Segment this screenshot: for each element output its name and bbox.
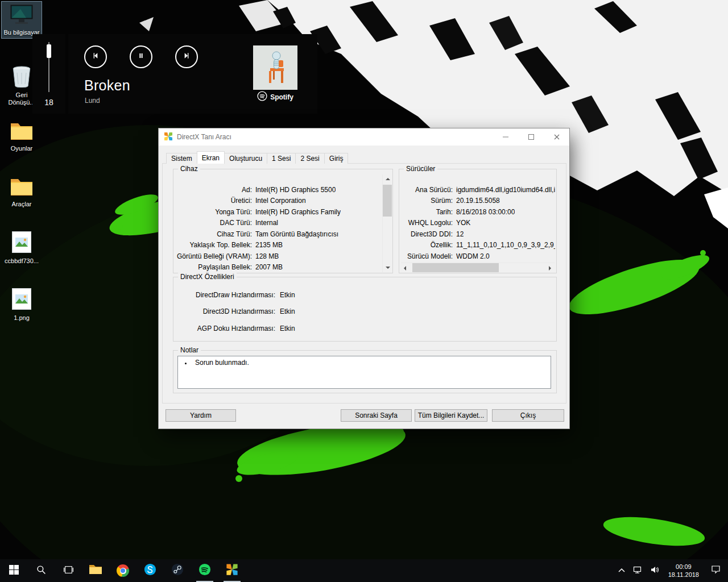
close-button[interactable] [544, 128, 569, 146]
maximize-button[interactable] [518, 128, 544, 146]
previous-icon [91, 51, 100, 63]
spotify-brand-label: Spotify [270, 93, 293, 101]
drivers-group: Sürücüler Ana Sürücü:igdumdim64.dll,igd1… [399, 169, 557, 273]
desktop: Bu bilgisayar Geri Dönüşü... Oyunlar Ara… [0, 0, 728, 582]
taskbar-skype[interactable] [136, 559, 164, 582]
field-label: Direct3D DDI: [402, 230, 453, 238]
field-value: Etkin [280, 325, 295, 332]
drivers-group-title: Sürücüler [404, 165, 437, 173]
taskbar-spotify[interactable] [191, 559, 218, 582]
field-value: Intel Corporation [255, 197, 306, 205]
previous-track-button[interactable] [84, 45, 107, 68]
dxdiag-icon [226, 563, 238, 578]
this-pc-icon [9, 3, 34, 27]
field-value: Intel(R) HD Graphics Family [255, 208, 341, 216]
note-text: Sorun bulunmadı. [195, 359, 249, 367]
folder-icon [10, 122, 34, 143]
network-tray-button[interactable] [629, 559, 646, 582]
desktop-icon-1png[interactable]: 1.png [1, 285, 42, 324]
next-page-button[interactable]: Sonraki Sayfa [341, 409, 412, 422]
desktop-icon-ccbbdf[interactable]: ccbbdf730... [1, 228, 42, 267]
image-file-icon [11, 288, 32, 313]
field-value: 12 [456, 230, 464, 238]
field-value: Intel(R) HD Graphics 5500 [255, 186, 336, 194]
scroll-down-icon[interactable] [383, 263, 392, 272]
taskbar-chrome[interactable] [109, 559, 136, 582]
field-value: Etkin [280, 291, 295, 299]
save-all-info-button[interactable]: Tüm Bilgileri Kaydet... [415, 409, 487, 422]
network-icon [633, 566, 642, 576]
tab-olusturucu[interactable]: Oluşturucu [224, 153, 267, 164]
field-value: WDDM 2.0 [456, 252, 490, 260]
volume-value: 18 [44, 94, 53, 114]
action-center-button[interactable] [704, 559, 727, 582]
field-value: Internal [255, 219, 278, 227]
tab-ses1[interactable]: 1 Sesi [267, 153, 296, 164]
field-value: 20.19.15.5058 [456, 197, 500, 205]
spotify-logo-icon [257, 91, 267, 103]
desktop-icon-label: Araçlar [2, 201, 41, 208]
taskbar-dxdiag[interactable] [218, 559, 246, 582]
field-label: Cihaz Türü: [176, 230, 252, 238]
device-vertical-scrollbar[interactable] [382, 174, 392, 272]
field-label: Yonga Türü: [176, 208, 252, 216]
pause-button[interactable] [130, 45, 152, 68]
task-view-button[interactable] [55, 559, 82, 582]
desktop-icon-oyunlar[interactable]: Oyunlar [1, 119, 42, 155]
notes-box[interactable]: Sorun bulunmadı. [177, 356, 551, 389]
spotify-icon [198, 563, 211, 578]
field-label: DAC Türü: [176, 219, 252, 227]
taskbar-file-explorer[interactable] [82, 559, 109, 582]
scroll-left-icon[interactable] [401, 263, 411, 273]
field-value: Tam Görüntü Bağdaştırıcısı [255, 230, 338, 238]
dxdiag-window: DirectX Tanı Aracı Sistem Ekran Oluşturu… [158, 128, 570, 429]
volume-tray-button[interactable] [646, 559, 663, 582]
start-button[interactable] [0, 559, 27, 582]
drivers-horizontal-scrollbar[interactable] [401, 263, 555, 272]
scroll-right-icon[interactable] [545, 263, 555, 273]
volume-slider[interactable] [32, 41, 65, 94]
field-value: 11_1,11_0,10_1,10_0,9_3,9_2,9_1 [456, 241, 555, 249]
field-value: 2007 MB [255, 263, 283, 271]
desktop-icon-araclar[interactable]: Araçlar [1, 175, 42, 210]
minimize-button[interactable] [493, 128, 518, 146]
field-label: Direct3D Hızlandırması: [176, 307, 275, 315]
search-icon [36, 565, 46, 577]
taskbar-clock[interactable]: 00:09 18.11.2018 [663, 563, 704, 579]
desktop-icon-this-pc[interactable]: Bu bilgisayar [1, 1, 42, 39]
folder-icon [10, 177, 34, 199]
tab-sistem[interactable]: Sistem [166, 153, 197, 164]
taskbar-search-button[interactable] [27, 559, 55, 582]
tab-ses2[interactable]: 2 Sesi [295, 153, 324, 164]
volume-slider-thumb[interactable] [47, 44, 51, 58]
album-art [253, 45, 297, 90]
dxdiag-titlebar[interactable]: DirectX Tanı Aracı [159, 128, 569, 146]
recycle-bin-icon [11, 65, 32, 90]
field-label: DirectDraw Hızlandırması: [176, 291, 275, 299]
bullet-icon [185, 363, 187, 364]
notes-group-title: Notlar [178, 346, 201, 354]
clock-date: 18.11.2018 [668, 571, 699, 579]
tab-ekran[interactable]: Ekran [197, 151, 225, 164]
next-track-button[interactable] [175, 45, 198, 68]
taskbar-steam[interactable] [164, 559, 191, 582]
scrollbar-thumb[interactable] [383, 185, 392, 217]
window-title: DirectX Tanı Aracı [177, 133, 231, 141]
volume-flyout: 18 [32, 34, 65, 114]
scroll-up-icon[interactable] [383, 174, 392, 184]
dxdiag-app-icon [164, 132, 173, 143]
field-label: Yaklaşık Top. Bellek: [176, 241, 252, 249]
field-label: AGP Doku Hızlandırması: [176, 325, 275, 332]
spotify-brand: Spotify [247, 92, 303, 102]
scrollbar-thumb[interactable] [412, 263, 499, 272]
help-button[interactable]: Yardım [166, 409, 236, 422]
show-hidden-icons-button[interactable] [614, 559, 629, 582]
tab-giris[interactable]: Giriş [324, 153, 349, 164]
exit-button[interactable]: Çıkış [492, 409, 564, 422]
pause-icon [136, 51, 146, 63]
field-label: Paylaşılan Bellek: [176, 263, 252, 271]
device-group-title: Cihaz [178, 165, 200, 173]
chevron-up-icon [618, 566, 626, 576]
desktop-icon-label: ccbbdf730... [2, 257, 41, 265]
chrome-icon [117, 564, 129, 577]
